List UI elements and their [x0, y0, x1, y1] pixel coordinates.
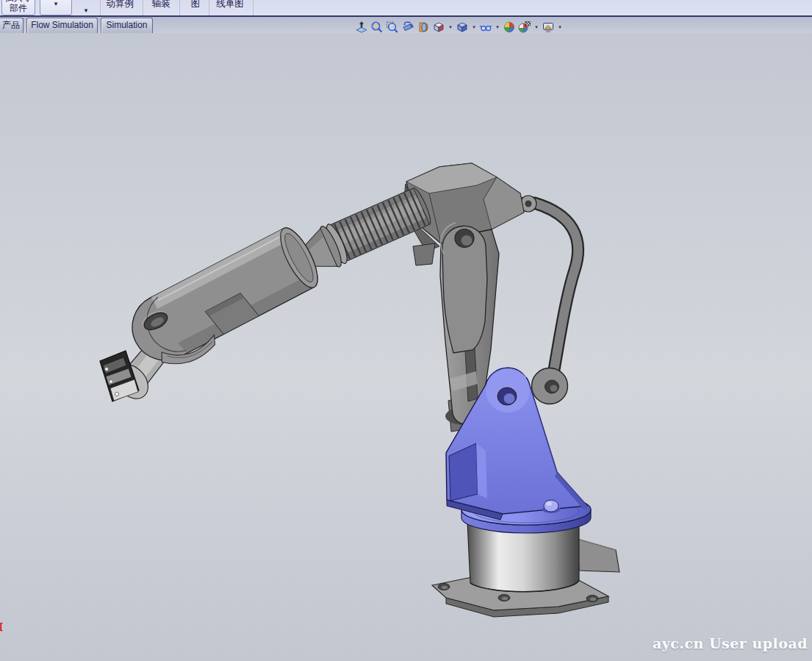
- apply-scene-dropdown[interactable]: ▾: [533, 21, 539, 34]
- robot-arm-model[interactable]: [0, 33, 812, 661]
- tab-flow-simulation[interactable]: Flow Simulation: [26, 18, 98, 33]
- normal-to-icon[interactable]: [355, 21, 368, 34]
- display-style-icon[interactable]: [456, 21, 469, 34]
- explode-line-sketch-button[interactable]: 线单图: [210, 0, 250, 15]
- exploded-view-label: 图: [181, 0, 210, 9]
- view-settings-dropdown[interactable]: ▾: [557, 21, 563, 34]
- apply-scene-icon[interactable]: [518, 21, 531, 34]
- zoom-to-area-icon[interactable]: [386, 21, 399, 34]
- command-toolbar: 插入零 部件 ▾ ▾ 动算例 轴装 图 线单图: [0, 0, 812, 15]
- motion-study-label: 动算例: [101, 0, 138, 9]
- section-view-icon[interactable]: [417, 21, 430, 34]
- insert-component-label-bottom: 部件: [2, 3, 35, 13]
- toolbar-separator: [253, 0, 254, 15]
- insert-component-button[interactable]: 插入零 部件: [1, 0, 35, 15]
- chevron-down-icon: ▾: [54, 0, 58, 7]
- toolbar-separator: [179, 0, 180, 15]
- toolbar-separator: [100, 0, 101, 15]
- tab-simulation[interactable]: Simulation: [101, 18, 153, 33]
- hide-show-items-dropdown[interactable]: ▾: [495, 21, 500, 34]
- toolbar-separator: [209, 0, 209, 15]
- toolbar-button-2-label: 轴装: [144, 0, 178, 9]
- previous-view-icon[interactable]: [401, 21, 414, 34]
- housing-flange-plate[interactable]: [413, 243, 435, 265]
- explode-line-sketch-label: 线单图: [210, 0, 250, 9]
- graphics-viewport[interactable]: ayc.cn User upload [: [0, 33, 812, 661]
- chevron-down-icon: ▾: [85, 7, 88, 14]
- forearm[interactable]: [121, 223, 328, 380]
- tab-products[interactable]: 产品: [0, 18, 24, 33]
- view-settings-icon[interactable]: [542, 21, 555, 34]
- display-style-dropdown[interactable]: ▾: [471, 21, 477, 34]
- view-orientation-dropdown[interactable]: ▾: [448, 21, 453, 34]
- toolbar-button-2[interactable]: 轴装: [144, 0, 178, 15]
- zoom-to-fit-icon[interactable]: [370, 21, 384, 34]
- toolbar-separator: [143, 0, 143, 15]
- toolbar-dropdown-button-2[interactable]: ▾: [76, 0, 96, 15]
- toolbar-dropdown-button-1[interactable]: ▾: [40, 0, 72, 15]
- gripper[interactable]: [100, 351, 139, 401]
- red-edge-artifact: [: [0, 622, 4, 632]
- support-fin[interactable]: [578, 539, 619, 572]
- watermark-text: ayc.cn User upload: [653, 635, 808, 651]
- exploded-view-button[interactable]: 图: [181, 0, 210, 15]
- hide-show-items-icon[interactable]: [479, 21, 492, 34]
- view-orientation-icon[interactable]: [432, 21, 445, 34]
- heads-up-view-toolbar: ▾ ▾ ▾: [355, 20, 563, 35]
- motion-study-button[interactable]: 动算例: [101, 0, 138, 15]
- solidworks-window: 插入零 部件 ▾ ▾ 动算例 轴装 图 线单图 产品 Flow Simulati…: [0, 0, 812, 661]
- edit-appearance-icon[interactable]: [503, 21, 516, 34]
